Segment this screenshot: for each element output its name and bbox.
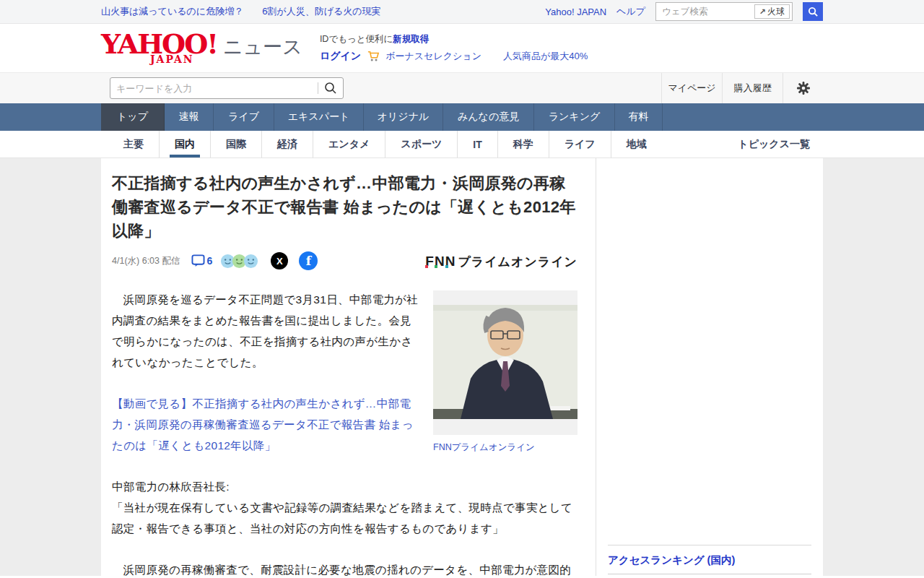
keyword-search-input[interactable]	[116, 83, 312, 94]
article-body: FNNプライムオンライン 浜岡原発を巡るデータ不正問題で3月31日、中部電力が社…	[112, 289, 578, 578]
tab-original[interactable]: オリジナル	[364, 103, 443, 131]
trend-arrow-icon: ↗	[759, 7, 766, 17]
mypage-button[interactable]: マイページ	[661, 73, 722, 103]
speaker-quote: 「当社が現在保有している文書や記録等の調査結果などを踏まえて、現時点で事実として…	[112, 501, 572, 535]
category-sports[interactable]: スポーツ	[385, 131, 458, 158]
main-nav-tabs: トップ 速報 ライブ エキスパート オリジナル みんなの意見 ランキング 有料	[0, 103, 924, 131]
publish-datetime: 4/1(水) 6:03 配信	[112, 255, 180, 267]
tab-flash[interactable]: 速報	[165, 103, 214, 131]
keyword-search-box	[110, 77, 344, 99]
yahoo-news-logo[interactable]: YAHOO! JAPAN ニュース	[101, 32, 302, 64]
purchase-history-button[interactable]: 購入履歴	[722, 73, 783, 103]
reaction-emojis[interactable]	[220, 254, 258, 269]
reaction-emoji-blue-2	[243, 254, 258, 269]
paragraph-quote: 中部電力の林欣吾社長: 「当社が現在保有している文書や記録等の調査結果などを踏ま…	[112, 476, 578, 539]
paragraph-background: 浜岡原発の再稼働審査で、耐震設計に必要な地震の揺れのデータを、中部電力が意図的に…	[112, 559, 578, 578]
category-science[interactable]: 科学	[498, 131, 549, 158]
category-international[interactable]: 国際	[211, 131, 262, 158]
gear-icon	[796, 81, 811, 95]
facebook-icon: f	[306, 254, 311, 268]
news-search-row: マイページ 購入履歴	[0, 72, 924, 103]
yahoo-japan-link[interactable]: Yahoo! JAPAN	[545, 7, 606, 17]
access-ranking-header: アクセスランキング (国内)	[608, 545, 811, 574]
tab-paid[interactable]: 有料	[615, 103, 663, 131]
web-search-button[interactable]	[803, 2, 823, 21]
byline-row: 4/1(水) 6:03 配信 6 X	[112, 251, 578, 270]
category-it[interactable]: IT	[458, 131, 497, 158]
tab-expert[interactable]: エキスパート	[274, 103, 364, 131]
cart-icon	[367, 51, 380, 62]
facebook-share-button[interactable]: f	[299, 251, 318, 270]
login-link[interactable]: ログイン	[320, 50, 361, 63]
sale-promo-link[interactable]: 人気商品が最大40%	[503, 50, 588, 63]
article-title: 不正指摘する社内の声生かされず…中部電力・浜岡原発の再稼働審査巡るデータ不正で報…	[112, 171, 578, 243]
bonus-selection-link[interactable]: ボーナスセレクション	[385, 50, 481, 63]
category-domestic[interactable]: 国内	[160, 131, 211, 158]
category-economy[interactable]: 経済	[262, 131, 313, 158]
comment-bubble-icon	[191, 254, 205, 267]
press-conference-photo[interactable]	[433, 290, 578, 435]
web-search-input[interactable]	[662, 7, 754, 17]
comment-button[interactable]: 6	[191, 254, 213, 267]
fnn-prime-online-logo[interactable]: F N N プライムオンライン	[425, 254, 578, 268]
magnifier-icon[interactable]	[324, 82, 337, 95]
tab-opinions[interactable]: みんなの意見	[443, 103, 534, 131]
article-figure: FNNプライムオンライン	[433, 290, 578, 454]
trend-keyword-label: 火球	[767, 6, 785, 18]
main-area: 不正指摘する社内の声生かされず…中部電力・浜岡原発の再稼働審査巡るデータ不正で報…	[0, 158, 924, 576]
x-icon: X	[276, 256, 283, 267]
register-link[interactable]: 新規取得	[393, 34, 429, 44]
access-ranking-title: アクセスランキング (国内)	[608, 554, 735, 566]
id-benefit-text: IDでもっと便利に	[320, 34, 393, 44]
web-search-box: ↗ 火球	[655, 2, 793, 21]
article: 不正指摘する社内の声生かされず…中部電力・浜岡原発の再稼働審査巡るデータ不正で報…	[101, 158, 596, 576]
search-icon	[808, 7, 819, 17]
category-subnav: 主要 国内 国際 経済 エンタメ スポーツ IT 科学 ライフ 地域 トピックス…	[0, 131, 924, 158]
help-link[interactable]: ヘルプ	[616, 5, 645, 18]
tab-ranking[interactable]: ランキング	[534, 103, 615, 131]
settings-button[interactable]	[783, 73, 823, 103]
site-header: YAHOO! JAPAN ニュース IDでもっと便利に新規取得 ログイン ボーナ…	[0, 24, 924, 72]
yahoo-logo: YAHOO! JAPAN	[101, 32, 217, 64]
category-region[interactable]: 地域	[611, 131, 662, 158]
category-entertainment[interactable]: エンタメ	[313, 131, 385, 158]
input-divider	[318, 82, 318, 94]
image-caption-link[interactable]: FNNプライムオンライン	[433, 441, 578, 454]
topbar-headlines: 山火事は減っているのに危険増？ 6割が人災、防げる火の現実	[101, 5, 381, 18]
topbar-headline-link-1[interactable]: 山火事は減っているのに危険増？	[101, 5, 243, 18]
topbar: 山火事は減っているのに危険増？ 6割が人災、防げる火の現実 Yahoo! JAP…	[0, 0, 924, 24]
tab-live[interactable]: ライブ	[214, 103, 274, 131]
tab-top[interactable]: トップ	[101, 103, 165, 131]
category-life[interactable]: ライフ	[549, 131, 611, 158]
category-main[interactable]: 主要	[108, 131, 160, 158]
topbar-headline-link-2[interactable]: 6割が人災、防げる火の現実	[262, 5, 380, 18]
sidebar: アクセスランキング (国内)	[596, 158, 823, 576]
x-share-button[interactable]: X	[271, 252, 288, 269]
topics-list-link[interactable]: トピックス一覧	[738, 138, 810, 151]
speaker-name: 中部電力の林欣吾社長:	[112, 480, 230, 493]
trending-keyword-chip[interactable]: ↗ 火球	[754, 4, 790, 19]
comment-count: 6	[207, 255, 213, 267]
news-service-label: ニュース	[223, 38, 302, 64]
sidebar-ad-space	[608, 158, 811, 545]
